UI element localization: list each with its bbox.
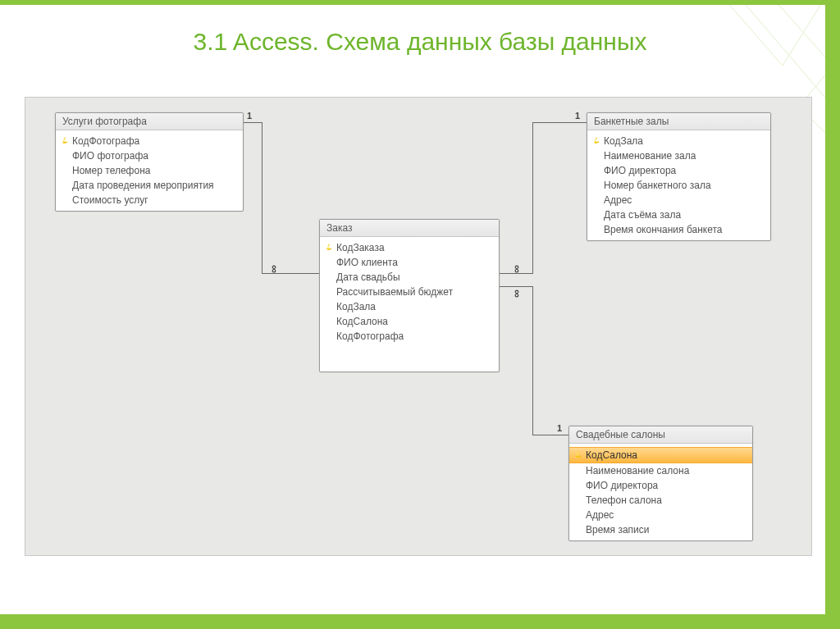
field-pk[interactable]: КодСалона [569, 447, 752, 463]
rel-line [532, 122, 533, 274]
field[interactable]: Наименование салона [569, 463, 752, 478]
table-title: Банкетные залы [587, 113, 770, 130]
rel-line [262, 273, 319, 274]
field[interactable]: ФИО директора [569, 478, 752, 493]
field[interactable]: Дата проведения мероприятия [56, 178, 243, 193]
rel-line [500, 286, 532, 287]
field-pk[interactable]: КодЗаказа [320, 240, 499, 255]
rel-line [244, 122, 262, 123]
table-order[interactable]: Заказ КодЗаказаФИО клиентаДата свадьбыРа… [319, 219, 500, 372]
table-wedding-salons[interactable]: Свадебные салоны КодСалонаНаименование с… [568, 426, 753, 541]
field[interactable]: Стоимость услуг [56, 193, 243, 207]
field[interactable]: Время записи [569, 522, 752, 537]
table-title: Заказ [320, 220, 499, 237]
field[interactable]: Дата свадьбы [320, 270, 499, 285]
field[interactable]: Номер телефона [56, 163, 243, 178]
rel-cardinality-one: 1 [575, 111, 580, 121]
rel-line [532, 435, 568, 435]
field-list: КодЗалаНаименование залаФИО директораНом… [587, 130, 770, 240]
rel-line [262, 122, 262, 273]
field[interactable]: ФИО фотографа [56, 148, 243, 163]
field[interactable]: ФИО клиента [320, 255, 499, 270]
field-list: КодФотографаФИО фотографаНомер телефонаД… [56, 130, 243, 211]
table-title: Свадебные салоны [569, 426, 752, 444]
rel-cardinality-one: 1 [557, 423, 562, 433]
field[interactable]: Телефон салона [569, 493, 752, 508]
field-pk[interactable]: КодФотографа [56, 134, 243, 148]
field[interactable]: Дата съёма зала [587, 207, 770, 222]
rel-line [532, 122, 587, 123]
field[interactable]: Адрес [587, 193, 770, 207]
rel-line [500, 273, 532, 274]
field-list: КодСалонаНаименование салонаФИО директор… [569, 444, 752, 540]
rel-cardinality-one: 1 [247, 111, 252, 121]
field[interactable]: Время окончания банкета [587, 222, 770, 237]
table-photographer-services[interactable]: Услуги фотографа КодФотографаФИО фотогра… [55, 112, 244, 212]
rel-cardinality-many: ∞ [509, 289, 523, 298]
field[interactable]: Адрес [569, 508, 752, 522]
table-banquet-halls[interactable]: Банкетные залы КодЗалаНаименование залаФ… [587, 112, 771, 241]
page-title: 3.1 Access. Схема данных базы данных [0, 28, 840, 56]
field-list: КодЗаказаФИО клиентаДата свадьбыРассчиты… [320, 237, 499, 347]
field[interactable]: ФИО директора [587, 163, 770, 178]
field[interactable]: Номер банкетного зала [587, 178, 770, 193]
field[interactable]: КодСалона [320, 314, 499, 329]
relationships-canvas: Услуги фотографа КодФотографаФИО фотогра… [25, 97, 812, 556]
rel-cardinality-many: ∞ [509, 265, 523, 273]
field[interactable]: Рассчитываемый бюджет [320, 285, 499, 299]
field[interactable]: КодЗала [320, 299, 499, 314]
field-pk[interactable]: КодЗала [587, 134, 770, 148]
rel-cardinality-many: ∞ [267, 265, 280, 273]
table-title: Услуги фотографа [56, 113, 243, 130]
field[interactable]: КодФотографа [320, 329, 499, 344]
rel-line [532, 286, 533, 435]
field[interactable]: Наименование зала [587, 148, 770, 163]
